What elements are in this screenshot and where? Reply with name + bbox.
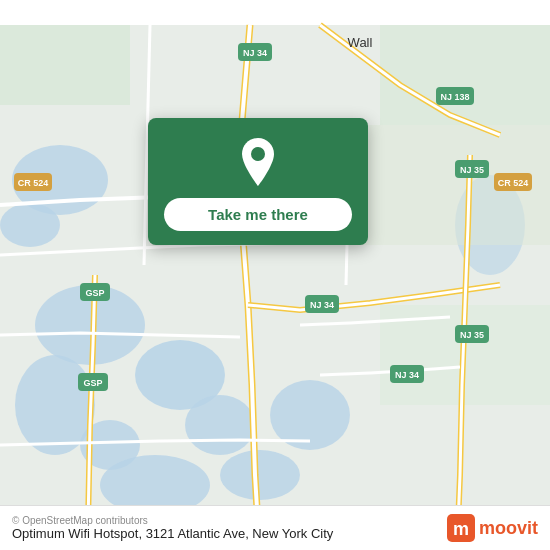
svg-text:CR 524: CR 524 [498,178,529,188]
location-card: Take me there [148,118,368,245]
svg-text:NJ 138: NJ 138 [440,92,469,102]
osm-credit: © OpenStreetMap contributors [12,515,333,526]
take-me-there-button[interactable]: Take me there [164,198,352,231]
location-name: Optimum Wifi Hotspot, 3121 Atlantic Ave,… [12,526,333,541]
svg-text:GSP: GSP [85,288,104,298]
svg-text:GSP: GSP [83,378,102,388]
svg-text:m: m [453,519,469,539]
pin-icon [236,136,280,188]
svg-text:NJ 35: NJ 35 [460,165,484,175]
bottom-bar: © OpenStreetMap contributors Optimum Wif… [0,505,550,550]
svg-rect-13 [380,25,550,125]
svg-point-39 [251,147,265,161]
svg-text:NJ 34: NJ 34 [243,48,267,58]
svg-text:NJ 34: NJ 34 [395,370,419,380]
moovit-logo-icon: m [447,514,475,542]
svg-point-2 [0,203,60,247]
svg-text:CR 524: CR 524 [18,178,49,188]
svg-text:NJ 34: NJ 34 [310,300,334,310]
svg-rect-12 [0,25,130,105]
moovit-logo: m moovit [447,514,538,542]
svg-text:Wall: Wall [348,35,373,50]
svg-point-10 [220,450,300,500]
moovit-logo-text: moovit [479,518,538,539]
map-background: NJ 34 NJ 34 NJ 34 NJ 34 NJ 138 NJ 35 NJ … [0,0,550,550]
svg-text:NJ 35: NJ 35 [460,330,484,340]
map-container: NJ 34 NJ 34 NJ 34 NJ 34 NJ 138 NJ 35 NJ … [0,0,550,550]
bottom-left: © OpenStreetMap contributors Optimum Wif… [12,515,333,541]
svg-point-7 [185,395,255,455]
